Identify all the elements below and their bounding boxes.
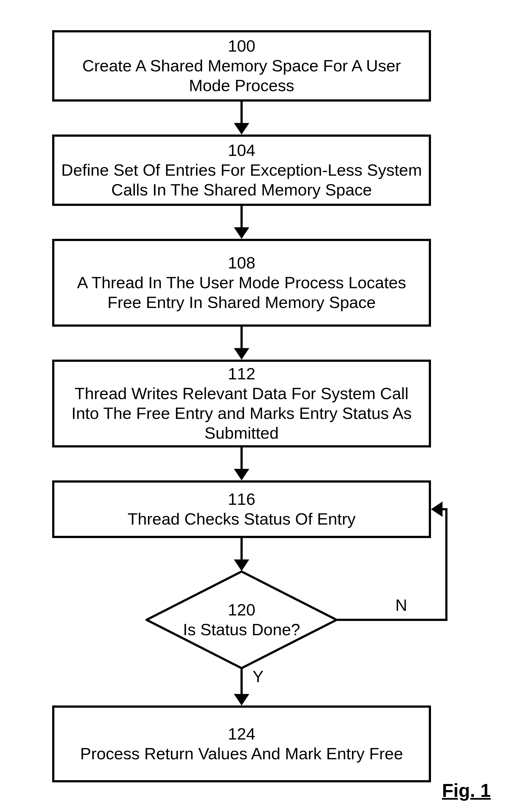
- step-112: 112 Thread Writes Relevant Data For Syst…: [52, 359, 431, 447]
- branch-no-h1: [337, 619, 448, 621]
- step-124-number: 124: [228, 724, 255, 744]
- arrow-108-112-head: [234, 348, 249, 359]
- branch-no-arrowhead: [431, 501, 442, 517]
- step-108: 108 A Thread In The User Mode Process Lo…: [52, 239, 431, 327]
- arrow-112-116-line: [240, 447, 243, 469]
- branch-no-v: [445, 508, 448, 621]
- step-116-text: Thread Checks Status Of Entry: [127, 509, 355, 529]
- arrow-116-120-line: [240, 538, 243, 560]
- arrow-104-108-head: [234, 227, 249, 239]
- step-116: 116 Thread Checks Status Of Entry: [52, 481, 431, 538]
- decision-120-number: 120: [228, 600, 255, 620]
- step-100: 100 Create A Shared Memory Space For A U…: [52, 30, 431, 102]
- arrow-108-112-line: [240, 327, 243, 349]
- decision-120-text: Is Status Done?: [183, 620, 300, 640]
- arrow-104-108-line: [240, 206, 243, 228]
- arrow-112-116-head: [234, 469, 249, 481]
- flowchart-canvas: 100 Create A Shared Memory Space For A U…: [0, 0, 515, 812]
- label-no: N: [395, 596, 407, 615]
- step-124: 124 Process Return Values And Mark Entry…: [52, 705, 431, 782]
- step-100-number: 100: [228, 36, 255, 56]
- step-104-text: Define Set Of Entries For Exception-Less…: [60, 160, 423, 200]
- branch-no-h2: [442, 508, 448, 510]
- arrow-100-104-line: [240, 102, 243, 123]
- step-124-text: Process Return Values And Mark Entry Fre…: [80, 744, 403, 764]
- decision-120: 120 Is Status Done?: [145, 571, 338, 669]
- arrow-116-120-head: [234, 559, 249, 571]
- step-112-number: 112: [228, 364, 255, 384]
- arrow-100-104-head: [234, 123, 249, 135]
- label-yes: Y: [253, 667, 263, 686]
- decision-120-content: 120 Is Status Done?: [145, 571, 338, 669]
- step-116-number: 116: [228, 489, 255, 509]
- step-100-text: Create A Shared Memory Space For A User …: [60, 56, 423, 95]
- step-108-text: A Thread In The User Mode Process Locate…: [60, 273, 423, 312]
- branch-yes-line: [240, 669, 243, 695]
- step-104: 104 Define Set Of Entries For Exception-…: [52, 135, 431, 206]
- branch-yes-arrowhead: [234, 694, 249, 705]
- step-112-text: Thread Writes Relevant Data For System C…: [60, 384, 423, 443]
- step-108-number: 108: [228, 253, 255, 273]
- step-104-number: 104: [228, 141, 255, 160]
- figure-label: Fig. 1: [442, 780, 491, 801]
